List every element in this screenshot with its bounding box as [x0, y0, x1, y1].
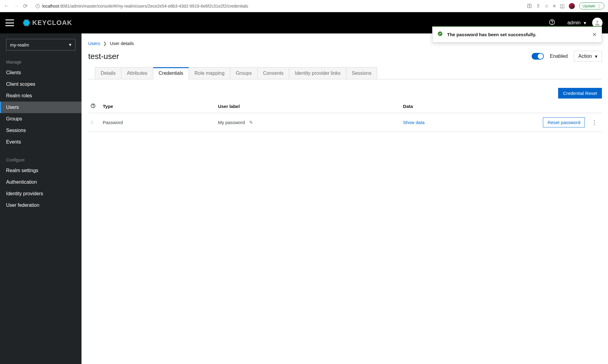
sidebar-item-realm-settings[interactable]: Realm settings: [0, 165, 82, 176]
tab-credentials[interactable]: Credentials: [153, 67, 189, 79]
realm-selector[interactable]: my-realm ▾: [6, 39, 75, 50]
sidebar-item-user-federation[interactable]: User federation: [0, 199, 82, 211]
action-dropdown[interactable]: Action ▾: [574, 51, 602, 62]
enabled-label: Enabled: [550, 54, 568, 59]
breadcrumb-users[interactable]: Users: [88, 41, 100, 46]
tab-details[interactable]: Details: [95, 67, 121, 79]
reset-password-button[interactable]: Reset password: [543, 117, 585, 127]
caret-down-icon: ▾: [595, 54, 597, 59]
tabs: DetailsAttributesCredentialsRole mapping…: [88, 67, 602, 79]
forward-button[interactable]: →: [13, 3, 19, 9]
update-label: Update: [582, 4, 595, 8]
browser-toolbar: ← → ⟳ i localhost:8081/admin/master/cons…: [0, 0, 608, 12]
sidebar-item-groups[interactable]: Groups: [0, 113, 82, 125]
tab-role-mapping[interactable]: Role mapping: [189, 67, 230, 79]
col-data: Data: [401, 100, 523, 113]
help-icon[interactable]: [91, 104, 96, 109]
caret-down-icon: ▾: [584, 20, 586, 26]
sidebar: my-realm ▾ Manage ClientsClient scopesRe…: [0, 33, 82, 364]
reload-button[interactable]: ⟳: [23, 3, 28, 9]
page-title: test-user: [88, 52, 526, 61]
check-circle-icon: [437, 31, 443, 38]
kebab-menu[interactable]: ⋮: [589, 119, 599, 126]
url-host: localhost: [42, 4, 59, 9]
sidebar-item-clients[interactable]: Clients: [0, 67, 82, 78]
info-icon: i: [36, 4, 40, 8]
profile-avatar[interactable]: [569, 3, 575, 9]
key-icon[interactable]: ⚿: [527, 3, 532, 9]
back-button[interactable]: ←: [4, 3, 9, 9]
address-bar[interactable]: i localhost:8081/admin/master/console/#/…: [32, 2, 523, 10]
brand-logo[interactable]: KEYCLOAK: [23, 19, 72, 27]
sidebar-item-realm-roles[interactable]: Realm roles: [0, 90, 82, 102]
col-user-label: User label: [216, 100, 401, 113]
sidebar-item-users[interactable]: Users: [0, 102, 82, 113]
toast-message: The password has been set successfully.: [447, 32, 588, 37]
tab-consents[interactable]: Consents: [257, 67, 290, 79]
help-icon[interactable]: [549, 19, 555, 27]
url-path: :8081/admin/master/console/#/my-realm/us…: [59, 4, 248, 9]
section-manage: Manage: [0, 57, 82, 67]
show-data-link[interactable]: Show data: [403, 120, 425, 125]
tab-sessions[interactable]: Sessions: [346, 67, 377, 79]
edit-icon[interactable]: ✎: [249, 120, 253, 125]
breadcrumb-current: User details: [110, 41, 134, 46]
update-button[interactable]: Update ⋮: [579, 2, 604, 9]
keycloak-icon: [23, 19, 30, 27]
tab-groups[interactable]: Groups: [230, 67, 257, 79]
playlist-icon[interactable]: ≡: [553, 3, 556, 9]
nav-toggle[interactable]: [5, 19, 14, 26]
toast-close[interactable]: ✕: [592, 31, 597, 38]
success-toast: The password has been set successfully. …: [432, 26, 602, 43]
sidebar-item-client-scopes[interactable]: Client scopes: [0, 78, 82, 90]
sidebar-item-events[interactable]: Events: [0, 136, 82, 148]
tab-attributes[interactable]: Attributes: [121, 67, 153, 79]
sidebar-item-authentication[interactable]: Authentication: [0, 176, 82, 188]
svg-point-3: [552, 23, 552, 24]
section-configure: Configure: [0, 154, 82, 165]
user-name: admin: [567, 20, 581, 26]
main-content: Users ❯ User details test-user Enabled A…: [82, 33, 608, 364]
caret-down-icon: ▾: [69, 42, 71, 47]
sidebar-item-sessions[interactable]: Sessions: [0, 125, 82, 136]
share-icon[interactable]: ⇧: [536, 3, 540, 9]
realm-name: my-realm: [10, 42, 29, 47]
svg-point-7: [93, 107, 93, 107]
cell-user-label: My password ✎: [216, 113, 401, 132]
chevron-right-icon: ❯: [103, 41, 107, 46]
action-label: Action: [578, 54, 592, 59]
col-type: Type: [100, 100, 216, 113]
enabled-toggle[interactable]: [532, 53, 544, 60]
credentials-table: Type User label Data ⠿PasswordMy passwor…: [88, 100, 602, 132]
cell-type: Password: [100, 113, 216, 132]
browser-actions: ⚿ ⇧ ☆ ≡ ◫ Update ⋮: [527, 2, 604, 9]
tab-identity-provider-links[interactable]: Identity provider links: [289, 67, 346, 79]
svg-point-4: [596, 21, 598, 23]
drag-handle-icon[interactable]: ⠿: [91, 120, 93, 125]
table-row: ⠿PasswordMy password ✎Show dataReset pas…: [88, 113, 602, 132]
more-icon: ⋮: [597, 4, 601, 8]
sidebar-item-identity-providers[interactable]: Identity providers: [0, 188, 82, 199]
star-icon[interactable]: ☆: [544, 3, 549, 9]
user-menu[interactable]: admin ▾: [567, 20, 586, 26]
credential-reset-button[interactable]: Credential Reset: [558, 88, 602, 99]
brand-text: KEYCLOAK: [32, 19, 72, 27]
panel-icon[interactable]: ◫: [560, 3, 565, 9]
